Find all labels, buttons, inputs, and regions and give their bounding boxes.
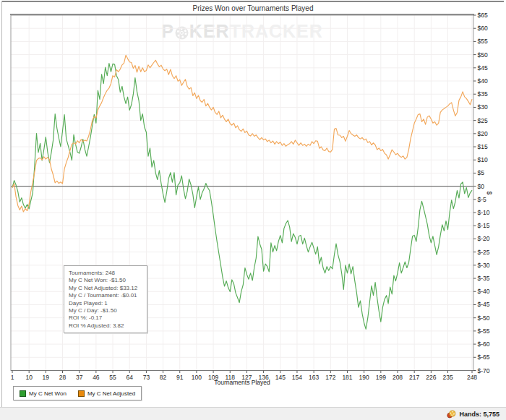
y-tick-label: $-70 bbox=[478, 367, 490, 374]
y-tick-label: $-60 bbox=[478, 340, 490, 348]
hands-count: Hands: 5,755 bbox=[459, 411, 499, 418]
y-tick-label: $55 bbox=[478, 38, 488, 45]
y-tick-label: $-65 bbox=[478, 353, 490, 361]
y-tick-label: $15 bbox=[478, 143, 488, 150]
y-tick-label: $-10 bbox=[478, 209, 490, 216]
y-tick-label: $-35 bbox=[478, 275, 490, 282]
y-tick-label: $-25 bbox=[478, 249, 490, 256]
stat-per-day: My C / Day: -$1.50 bbox=[69, 307, 143, 314]
y-tick-label: $-55 bbox=[478, 327, 490, 335]
y-tick-label: $-20 bbox=[478, 235, 490, 242]
y-tick-label: $10 bbox=[478, 156, 488, 163]
y-axis-title: $ bbox=[486, 191, 493, 194]
stat-roi: ROI %: -0.17 bbox=[69, 314, 143, 322]
legend-item-net-won[interactable]: My C Net Won bbox=[20, 390, 67, 397]
x-axis-title: Tournaments Played bbox=[11, 379, 473, 386]
y-tick-label: $-15 bbox=[478, 222, 490, 229]
pokertracker-graph-window: Prizes Won over Tournaments Played PKERT… bbox=[0, 0, 506, 420]
y-tick-label: $35 bbox=[478, 90, 488, 98]
y-tick-label: $-40 bbox=[478, 288, 490, 295]
stat-tournaments: Tournaments: 248 bbox=[69, 270, 143, 277]
stats-tooltip-box: Tournaments: 248 My C Net Won: -$1.50 My… bbox=[64, 265, 147, 333]
chart-legend: My C Net Won My C Net Adjusted bbox=[13, 386, 142, 400]
y-tick-label: $-50 bbox=[478, 314, 490, 322]
legend-label-net-adjusted: My C Net Adjusted bbox=[87, 390, 135, 397]
legend-swatch-net-won bbox=[20, 390, 26, 397]
chart-plot-area[interactable]: 1101928374655647382911001091181271361451… bbox=[0, 0, 506, 407]
poker-chips-icon bbox=[447, 410, 456, 419]
y-tick-label: $30 bbox=[478, 103, 488, 111]
y-tick-label: $20 bbox=[478, 130, 488, 137]
y-tick-label: $25 bbox=[478, 117, 488, 124]
y-tick-label: $-30 bbox=[478, 262, 490, 269]
legend-swatch-net-adjusted bbox=[78, 390, 85, 397]
y-tick-label: $-45 bbox=[478, 301, 490, 308]
y-tick-label: $65 bbox=[478, 12, 488, 19]
stat-per-tournament: My C / Tournament: -$0.01 bbox=[69, 292, 143, 299]
status-bar: Hands: 5,755 bbox=[0, 407, 506, 420]
y-tick-label: $40 bbox=[478, 77, 488, 85]
stat-days-played: Days Played: 1 bbox=[69, 300, 143, 307]
stat-net-adjusted: My C Net Adjusted: $33.12 bbox=[69, 285, 143, 292]
legend-item-net-adjusted[interactable]: My C Net Adjusted bbox=[78, 390, 135, 397]
legend-label-net-won: My C Net Won bbox=[29, 390, 67, 397]
stat-net-won: My C Net Won: -$1.50 bbox=[69, 277, 143, 284]
y-tick-label: $0 bbox=[478, 183, 485, 190]
y-tick-label: $-5 bbox=[478, 196, 487, 203]
y-tick-label: $5 bbox=[478, 169, 485, 176]
y-tick-label: $45 bbox=[478, 64, 488, 72]
stat-roi-adjusted: ROI % Adjusted: 3.82 bbox=[69, 322, 143, 330]
y-tick-label: $60 bbox=[478, 25, 488, 32]
y-tick-label: $50 bbox=[478, 51, 488, 59]
